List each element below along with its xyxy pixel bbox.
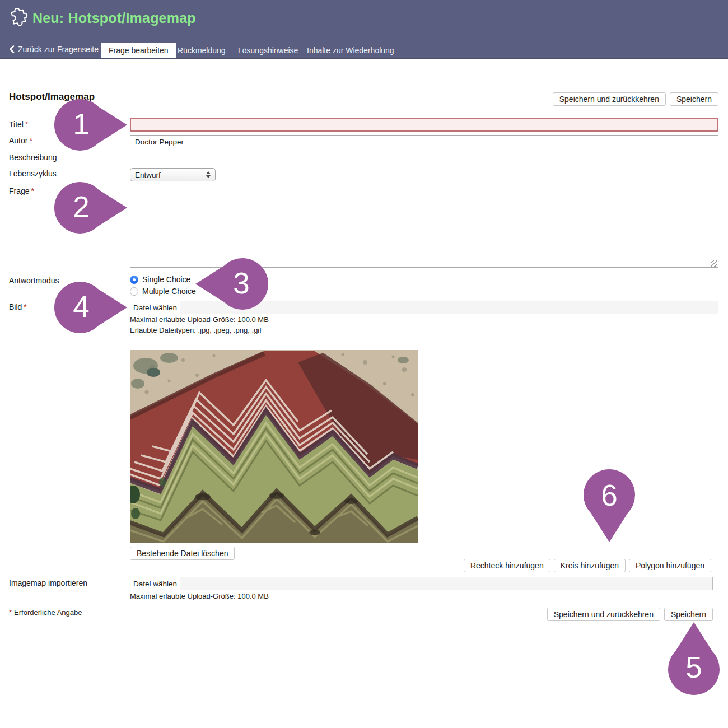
bild-choose-file-button[interactable]: Datei wählen bbox=[130, 301, 180, 314]
titel-input[interactable] bbox=[130, 118, 718, 132]
marker-number: 4 bbox=[73, 292, 89, 321]
antwortmodus-label: Antwortmodus bbox=[9, 276, 59, 285]
tab-label: Frage bearbeiten bbox=[109, 46, 169, 55]
bild-allowed-types-note: Erlaubte Dateitypen: .jpg, .jpeg, .png, … bbox=[130, 326, 262, 334]
autor-label: Autor* bbox=[9, 136, 32, 145]
save-button-top[interactable]: Speichern bbox=[670, 92, 718, 106]
puzzle-icon bbox=[6, 7, 29, 31]
lebenszyklus-label: Lebenszyklus bbox=[9, 169, 57, 178]
radio-selected-icon bbox=[130, 276, 138, 284]
add-circle-button[interactable]: Kreis hinzufügen bbox=[554, 559, 626, 572]
tab-label: Lösungshinweise bbox=[238, 46, 298, 55]
beschreibung-input[interactable] bbox=[130, 152, 718, 165]
marker-number: 5 bbox=[685, 652, 702, 682]
radio-label: Single Choice bbox=[142, 275, 190, 284]
page-title: Neu: Hotspot/Imagemap bbox=[32, 10, 196, 26]
tab-loesungshinweise[interactable]: Lösungshinweise bbox=[230, 43, 306, 58]
imagemap-file-value-field[interactable] bbox=[180, 577, 713, 590]
tab-frage-bearbeiten[interactable]: Frage bearbeiten bbox=[101, 43, 176, 58]
resize-handle[interactable] bbox=[711, 260, 717, 267]
marker-number: 6 bbox=[601, 480, 617, 510]
back-link-label: Zurück zur Fragenseite bbox=[18, 45, 99, 54]
up-down-stepper-icon bbox=[206, 171, 211, 178]
back-to-questions-link[interactable]: Zurück zur Fragenseite bbox=[9, 45, 99, 54]
chevron-left-icon bbox=[9, 45, 15, 53]
save-button-bottom[interactable]: Speichern bbox=[664, 608, 713, 621]
required-fields-note: *Erforderliche Angabe bbox=[9, 608, 82, 617]
frage-label: Frage* bbox=[9, 186, 34, 195]
titel-label: Titel* bbox=[9, 120, 28, 129]
bild-max-upload-note: Maximal erlaubte Upload-Größe: 100.0 MB bbox=[130, 315, 269, 324]
frage-textarea[interactable] bbox=[130, 185, 718, 268]
app-header: Neu: Hotspot/Imagemap Zurück zur Fragens… bbox=[0, 0, 728, 59]
imagemap-max-upload-note: Maximal erlaubte Upload-Größe: 100.0 MB bbox=[130, 592, 269, 600]
tab-rueckmeldung[interactable]: Rückmeldung bbox=[170, 43, 234, 58]
autor-input[interactable] bbox=[130, 135, 718, 148]
bottom-action-buttons: Speichern und zurückkehren Speichern bbox=[547, 608, 713, 621]
top-action-buttons: Speichern und zurückkehren Speichern bbox=[553, 92, 718, 106]
add-rectangle-button[interactable]: Rechteck hinzufügen bbox=[464, 559, 550, 572]
marker-number: 2 bbox=[73, 192, 89, 222]
radio-unselected-icon bbox=[130, 287, 138, 296]
imagemap-choose-file-button[interactable]: Datei wählen bbox=[130, 577, 180, 590]
page: Neu: Hotspot/Imagemap Zurück zur Fragens… bbox=[0, 0, 728, 728]
lebenszyklus-select[interactable]: Entwurf bbox=[130, 168, 216, 181]
delete-existing-file-button[interactable]: Bestehende Datei löschen bbox=[130, 547, 235, 560]
save-and-return-button-bottom[interactable]: Speichern und zurückkehren bbox=[547, 608, 660, 621]
imagemap-import-label: Imagemap importieren bbox=[9, 578, 87, 587]
tab-label: Rückmeldung bbox=[178, 46, 226, 55]
tab-bar: Zurück zur Fragenseite Frage bearbeiten … bbox=[0, 43, 728, 58]
bild-label: Bild* bbox=[9, 302, 27, 311]
marker-number: 1 bbox=[73, 109, 89, 139]
radio-multiple-choice[interactable]: Multiple Choice bbox=[130, 287, 196, 296]
save-and-return-button-top[interactable]: Speichern und zurückkehren bbox=[553, 92, 666, 106]
add-polygon-button[interactable]: Polygon hinzufügen bbox=[629, 559, 711, 572]
marker-number: 3 bbox=[233, 268, 249, 298]
tab-inhalte-zur-wiederholung[interactable]: Inhalte zur Wiederholung bbox=[299, 43, 402, 58]
radio-single-choice[interactable]: Single Choice bbox=[130, 275, 190, 284]
beschreibung-label: Beschreibung bbox=[9, 153, 57, 162]
selected-option: Entwurf bbox=[135, 171, 161, 179]
radio-label: Multiple Choice bbox=[142, 287, 196, 296]
map-shape-buttons: Rechteck hinzufügen Kreis hinzufügen Pol… bbox=[464, 559, 711, 572]
tab-label: Inhalte zur Wiederholung bbox=[307, 46, 394, 55]
uploaded-image-preview bbox=[130, 350, 418, 543]
